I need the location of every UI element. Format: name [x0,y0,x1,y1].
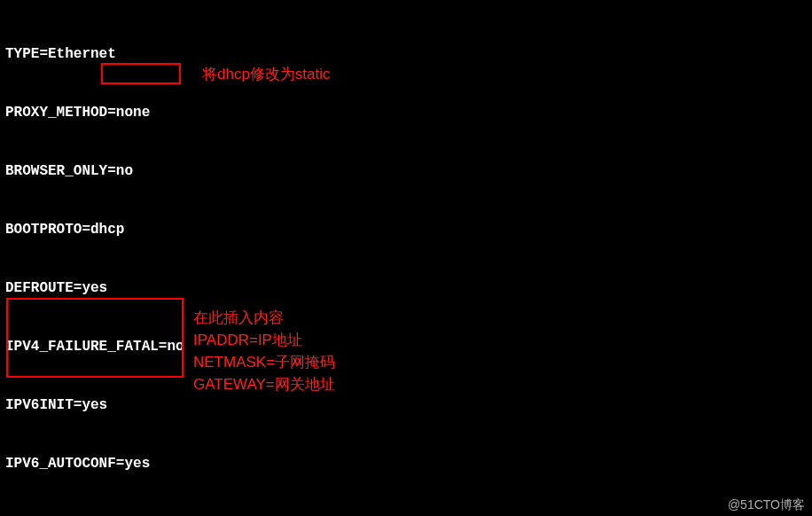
config-line: PROXY_METHOD=none [5,103,807,122]
terminal-editor[interactable]: TYPE=Ethernet PROXY_METHOD=none BROWSER_… [0,0,812,516]
annotation-dhcp-to-static: 将dhcp修改为static [202,64,331,85]
config-line: BOOTPROTO=dhcp [5,220,807,239]
config-line: IPV6_DEFROUTE=yes [5,512,807,516]
annotation-insert-title: 在此插入内容 [193,308,284,329]
config-line: BROWSER_ONLY=no [5,161,807,181]
annotation-gateway: GATEWAY=网关地址 [193,374,335,395]
config-line: IPV4_FAILURE_FATAL=no [5,337,807,356]
annotation-ipaddr: IPADDR=IP地址 [193,330,302,351]
config-line: IPV6_AUTOCONF=yes [5,454,807,473]
config-line: DEFROUTE=yes [5,278,807,298]
annotation-netmask: NETMASK=子网掩码 [193,352,335,373]
watermark: @51CTO博客 [728,495,805,514]
config-line: TYPE=Ethernet [5,44,807,64]
config-line: IPV6INIT=yes [5,395,807,415]
